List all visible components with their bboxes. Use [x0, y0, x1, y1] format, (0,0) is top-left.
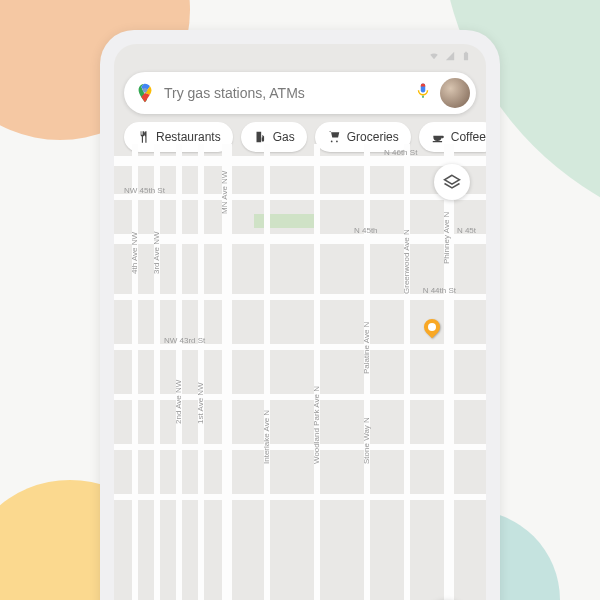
layers-button[interactable] — [434, 164, 470, 200]
road — [404, 144, 410, 600]
maps-pin-icon — [134, 82, 156, 104]
road — [114, 394, 486, 400]
road — [114, 444, 486, 450]
wifi-icon — [428, 51, 440, 61]
street-label: Stone Way N — [362, 417, 371, 464]
mic-icon — [414, 82, 432, 100]
street-label: Palatine Ave N — [362, 322, 371, 374]
street-label: Interlake Ave N — [262, 410, 271, 464]
road — [132, 144, 138, 600]
road — [114, 194, 486, 200]
chip-label: Groceries — [347, 130, 399, 144]
coffee-icon — [431, 130, 445, 144]
street-label: 2nd Ave NW — [174, 380, 183, 424]
street-label: 1st Ave NW — [196, 382, 205, 424]
map-canvas[interactable]: N 46th St NW 45th St N 45th N 45t N 44th… — [114, 144, 486, 600]
search-bar[interactable]: Try gas stations, ATMs — [124, 72, 476, 114]
layers-icon — [443, 173, 461, 191]
chip-label: Restaurants — [156, 130, 221, 144]
cart-icon — [327, 130, 341, 144]
street-label: Phinney Ave N — [442, 212, 451, 264]
street-label: 4th Ave NW — [130, 232, 139, 274]
phone-frame: Try gas stations, ATMs Restaurants Gas — [100, 30, 500, 600]
street-label: N 45th — [354, 226, 378, 235]
road — [314, 144, 320, 600]
signal-icon — [444, 51, 456, 61]
street-label: Greenwood Ave N — [402, 229, 411, 294]
phone-screen: Try gas stations, ATMs Restaurants Gas — [114, 44, 486, 600]
street-label: NW 43rd St — [164, 336, 205, 345]
poi-pin[interactable] — [421, 316, 444, 339]
street-label: 3rd Ave NW — [152, 231, 161, 274]
street-label: N 46th St — [384, 148, 417, 157]
gas-pump-icon — [253, 130, 267, 144]
park-area — [254, 214, 314, 228]
battery-icon — [460, 51, 472, 61]
road — [264, 144, 270, 600]
road — [114, 494, 486, 500]
street-label: NW 45th St — [124, 186, 165, 195]
road — [114, 156, 486, 166]
road — [176, 144, 182, 600]
road — [114, 234, 486, 244]
utensils-icon — [136, 130, 150, 144]
status-bar — [114, 44, 486, 68]
chip-label: Gas — [273, 130, 295, 144]
search-placeholder: Try gas stations, ATMs — [164, 85, 406, 101]
svg-point-0 — [143, 88, 147, 92]
street-label: N 44th St — [423, 286, 456, 295]
chip-label: Coffee — [451, 130, 486, 144]
account-avatar[interactable] — [440, 78, 470, 108]
street-label: MN Ave NW — [220, 171, 229, 214]
voice-search-button[interactable] — [414, 82, 432, 104]
street-label: N 45t — [457, 226, 476, 235]
street-label: Woodland Park Ave N — [312, 386, 321, 464]
road — [154, 144, 160, 600]
road — [198, 144, 204, 600]
